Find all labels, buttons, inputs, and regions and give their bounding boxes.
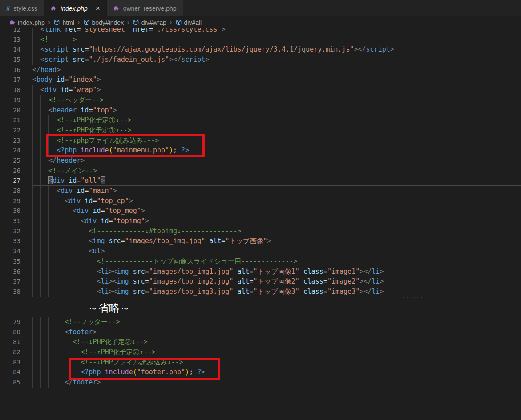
line-number[interactable]: 18 bbox=[0, 85, 32, 95]
line-number[interactable]: 21 bbox=[0, 115, 32, 125]
line-number[interactable]: 16 bbox=[0, 65, 32, 75]
breadcrumb-item-file[interactable]: index.php bbox=[9, 19, 45, 26]
symbol-cube-icon bbox=[133, 19, 139, 26]
indent-guide bbox=[40, 287, 48, 297]
code-line-14[interactable]: 14<script src="https://ajax.googleapis.c… bbox=[0, 44, 521, 55]
indent-guide bbox=[65, 337, 73, 347]
indent-guide bbox=[40, 337, 48, 347]
code-line-15[interactable]: 15<script src="./js/fadein_out.js"></scr… bbox=[0, 55, 521, 65]
line-number[interactable]: 12 bbox=[0, 28, 32, 35]
line-number[interactable]: 35 bbox=[0, 256, 32, 267]
line-number[interactable]: 85 bbox=[0, 377, 32, 388]
line-number[interactable]: 20 bbox=[0, 105, 32, 116]
code-line-34[interactable]: 34<ul> bbox=[0, 246, 521, 256]
line-number[interactable]: 80 bbox=[0, 327, 32, 337]
line-number[interactable]: 29 bbox=[0, 196, 32, 206]
tab-owner-reserve-php[interactable]: owner_reserve.php bbox=[107, 0, 183, 16]
code-line-18[interactable]: 18<div id="wrap"> bbox=[0, 85, 521, 95]
code-text: <footer> bbox=[32, 327, 521, 337]
line-number[interactable]: 28 bbox=[0, 186, 32, 196]
code-line-13[interactable]: 13<!-- --> bbox=[0, 35, 521, 45]
line-number[interactable]: 24 bbox=[0, 145, 32, 156]
line-number[interactable]: 36 bbox=[0, 267, 32, 277]
line-number[interactable]: 81 bbox=[0, 337, 32, 347]
line-number[interactable]: 17 bbox=[0, 75, 32, 85]
indent-guide bbox=[32, 367, 40, 377]
code-line-28[interactable]: 28<div id="main"> bbox=[0, 186, 521, 196]
code-line-30[interactable]: 30<div id="top_meg"> bbox=[0, 206, 521, 216]
code-line-38[interactable]: 38<li><img src="images/top_img3.jpg" alt… bbox=[0, 287, 521, 297]
indent-guide bbox=[40, 246, 48, 256]
line-number[interactable]: 13 bbox=[0, 35, 32, 45]
line-number[interactable]: 84 bbox=[0, 367, 32, 377]
indent-guide bbox=[57, 206, 65, 216]
indent-guide bbox=[32, 115, 40, 125]
code-line-80[interactable]: 80<footer> bbox=[0, 327, 521, 337]
line-number[interactable]: 79 bbox=[0, 317, 32, 327]
line-number[interactable]: 27 bbox=[0, 176, 32, 186]
indent-guide bbox=[48, 256, 57, 267]
line-number[interactable]: 37 bbox=[0, 276, 32, 287]
code-line-81[interactable]: 81<!--↓PHP化予定②↓--> bbox=[0, 337, 521, 347]
indent-guide bbox=[57, 256, 65, 267]
css-file-icon: # bbox=[6, 4, 10, 12]
line-number[interactable]: 34 bbox=[0, 246, 32, 256]
code-line-17[interactable]: 17<body id="index"> bbox=[0, 75, 521, 85]
line-number[interactable]: 33 bbox=[0, 236, 32, 246]
code-line-82[interactable]: 82<!--↑PHP化予定②↑--> bbox=[0, 347, 521, 357]
code-text: <div id="all"> bbox=[32, 176, 521, 186]
code-line-32[interactable]: 32<!------------↓#topimg↓--------------> bbox=[0, 226, 521, 236]
line-number[interactable]: 25 bbox=[0, 156, 32, 166]
code-line-21[interactable]: 21<!--↓PHP化予定①↓--> bbox=[0, 115, 521, 125]
line-number[interactable]: 83 bbox=[0, 357, 32, 368]
close-icon[interactable]: × bbox=[96, 4, 100, 12]
code-text: <script src="https://ajax.googleapis.com… bbox=[32, 44, 521, 55]
code-line-36[interactable]: 36<li><img src="images/top_img1.jpg" alt… bbox=[0, 267, 521, 277]
line-number[interactable]: 14 bbox=[0, 44, 32, 55]
breadcrumb-item-div-all[interactable]: div#all bbox=[175, 19, 202, 26]
tab-index-php[interactable]: index.php × bbox=[44, 0, 107, 16]
code-line-35[interactable]: 35<!------------トップ画像スライドショー用-----------… bbox=[0, 256, 521, 267]
vscode-editor-window: # style.css index.php × owner_reserve.ph… bbox=[0, 0, 521, 420]
code-line-20[interactable]: 20<header id="top"> bbox=[0, 105, 521, 116]
indent-guide bbox=[65, 347, 73, 357]
code-line-31[interactable]: 31<div id="topimg"> bbox=[0, 216, 521, 226]
line-number[interactable]: 19 bbox=[0, 95, 32, 105]
line-number[interactable]: 15 bbox=[0, 55, 32, 65]
code-line-19[interactable]: 19<!--ヘッダー--> bbox=[0, 95, 521, 105]
indent-guide bbox=[32, 216, 40, 226]
indent-guide bbox=[32, 317, 40, 327]
indent-guide bbox=[65, 216, 73, 226]
breadcrumb-item-div-wrap[interactable]: div#wrap bbox=[133, 19, 166, 26]
code-line-16[interactable]: 16</head> bbox=[0, 65, 521, 75]
line-number[interactable]: 26 bbox=[0, 166, 32, 176]
indent-guide bbox=[40, 186, 48, 196]
indent-guide bbox=[73, 347, 81, 357]
line-number[interactable]: 23 bbox=[0, 136, 32, 146]
line-number[interactable]: 22 bbox=[0, 125, 32, 136]
code-text: <!-- --> bbox=[32, 35, 521, 45]
code-line-29[interactable]: 29<div id="top_cp"> bbox=[0, 196, 521, 206]
breadcrumb-item-html[interactable]: html bbox=[53, 19, 74, 26]
code-line-33[interactable]: 33<img src="images/top_img.jpg" alt="トップ… bbox=[0, 236, 521, 246]
code-line-12[interactable]: 12<link rel="stylesheet" href="./css/sty… bbox=[0, 28, 521, 35]
tab-style-css[interactable]: # style.css bbox=[0, 0, 44, 16]
line-number[interactable]: 31 bbox=[0, 216, 32, 226]
line-number[interactable]: 38 bbox=[0, 287, 32, 297]
indent-guide bbox=[32, 125, 40, 136]
indent-guide bbox=[73, 246, 81, 256]
code-line-37[interactable]: 37<li><img src="images/top_img2.jpg" alt… bbox=[0, 276, 521, 287]
indent-guide bbox=[40, 256, 48, 267]
indent-guide bbox=[40, 156, 48, 166]
code-text: <div id="wrap"> bbox=[32, 85, 521, 95]
code-line-79[interactable]: 79<!--フッター--> bbox=[0, 317, 521, 327]
line-number[interactable]: 30 bbox=[0, 206, 32, 216]
indent-guide bbox=[73, 276, 81, 287]
line-number[interactable]: 32 bbox=[0, 226, 32, 236]
indent-guide bbox=[89, 267, 97, 277]
code-line-26[interactable]: 26<!--メイン--> bbox=[0, 166, 521, 176]
code-line-25[interactable]: 25</header> bbox=[0, 156, 521, 166]
breadcrumb-item-body-index[interactable]: body#index bbox=[83, 19, 124, 26]
line-number[interactable]: 82 bbox=[0, 347, 32, 357]
code-line-27[interactable]: 27<div id="all"> bbox=[0, 176, 521, 186]
